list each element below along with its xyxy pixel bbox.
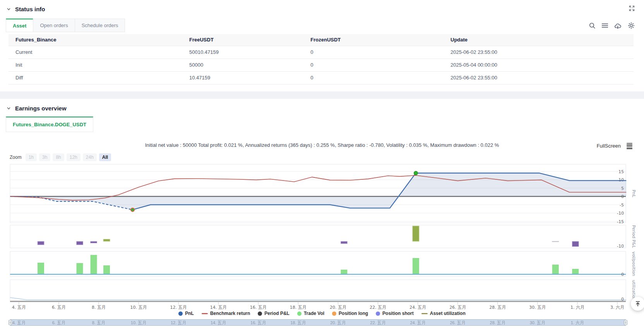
table-header-row: Futures_BinanceFreeUSDTFrozenUSDTUpdate [9, 34, 634, 46]
legend-label: Asset utilization [430, 311, 466, 316]
earnings-card: Earnings overview Futures_Binance.DOGE_U… [0, 99, 644, 332]
settings-icon[interactable] [628, 22, 635, 29]
svg-text:-15: -15 [617, 219, 624, 224]
zoom-button-3h[interactable]: 3h [39, 153, 50, 161]
legend-item-pnl[interactable]: PnL [178, 311, 194, 316]
legend-label: Period P&L [264, 311, 289, 316]
svg-text:8. 五月: 8. 五月 [92, 305, 106, 310]
navigator-label: 1. 六月 [566, 320, 589, 326]
svg-text:18. 五月: 18. 五月 [290, 305, 307, 310]
status-tabs: AssetOpen ordersSchedule orders [6, 19, 125, 32]
column-header: Update [444, 34, 634, 46]
table-row: Diff10.4715902025-06-02 23:55:00 [9, 71, 634, 84]
column-header: FreeUSDT [182, 34, 303, 46]
earnings-header: Earnings overview [6, 105, 67, 112]
svg-text:vol/position: vol/position [631, 251, 636, 276]
cloud-download-icon[interactable] [614, 22, 622, 29]
navigator-label: 22. 五月 [367, 320, 390, 326]
table-toolbar [589, 22, 635, 29]
svg-text:Period P&L: Period P&L [631, 225, 636, 248]
navigator-label: 24. 五月 [406, 320, 430, 326]
chevron-down-icon[interactable] [6, 7, 11, 12]
line-marker-icon [202, 313, 208, 314]
range-selector: Zoom 1h3h8h12h24hAll [10, 153, 111, 161]
legend-item-benchmark-return[interactable]: Benchmark return [202, 311, 250, 316]
status-info-card: Status info AssetOpen ordersSchedule ord… [0, 0, 644, 91]
menu-icon[interactable] [601, 22, 608, 29]
table-row: Current50010.4715902025-06-02 23:55:00 [9, 46, 634, 58]
zoom-button-12h[interactable]: 12h [67, 153, 80, 161]
svg-text:PnL: PnL [631, 190, 636, 198]
legend-item-position-short[interactable]: Position short [376, 311, 414, 316]
asset-table: Futures_BinanceFreeUSDTFrozenUSDTUpdateC… [9, 34, 634, 84]
tab-schedule-orders[interactable]: Schedule orders [75, 19, 125, 32]
chart-context-menu-icon[interactable] [627, 143, 632, 149]
legend-label: Trade Vol [304, 311, 324, 316]
expand-icon[interactable] [629, 5, 635, 13]
column-header: Futures_Binance [9, 34, 182, 46]
navigator-label: 26. 五月 [446, 320, 469, 326]
table-cell: 2025-05-04 00:00:00 [444, 58, 634, 71]
table-cell: 50000 [182, 58, 303, 71]
section-title: Earnings overview [15, 105, 67, 112]
tab-open-orders[interactable]: Open orders [33, 19, 75, 32]
zoom-button-24h[interactable]: 24h [83, 153, 97, 161]
chart-navigator[interactable]: 4. 五月6. 五月8. 五月10. 五月12. 五月14. 五月16. 五月1… [10, 319, 626, 326]
legend-item-period-p&l[interactable]: Period P&L [258, 311, 289, 316]
svg-text:15: 15 [618, 169, 624, 174]
back-to-top-button[interactable] [631, 297, 644, 311]
search-icon[interactable] [589, 22, 596, 29]
svg-text:14. 五月: 14. 五月 [210, 305, 227, 310]
dashboard: Status info AssetOpen ordersSchedule ord… [0, 0, 644, 332]
circle-marker-icon [332, 311, 336, 316]
zoom-label: Zoom [10, 155, 22, 160]
table-row: Init5000002025-05-04 00:00:00 [9, 58, 634, 71]
svg-text:1. 六月: 1. 六月 [570, 305, 584, 310]
svg-text:10. 五月: 10. 五月 [130, 305, 147, 310]
svg-text:4. 五月: 4. 五月 [12, 305, 26, 310]
legend-label: Position long [339, 311, 368, 316]
tab-futures-binance-doge-usdt[interactable]: Futures_Binance.DOGE_USDT [6, 117, 93, 132]
section-divider [0, 91, 644, 99]
zoom-button-8h[interactable]: 8h [53, 153, 64, 161]
legend-item-position-long[interactable]: Position long [332, 311, 368, 316]
svg-text:28. 五月: 28. 五月 [489, 305, 506, 310]
svg-text:-10: -10 [617, 244, 624, 249]
svg-text:26. 五月: 26. 五月 [449, 305, 466, 310]
table-cell: 2025-06-02 23:55:00 [444, 71, 634, 84]
navigator-label: 16. 五月 [247, 320, 270, 326]
svg-text:-10: -10 [617, 211, 624, 216]
chevron-down-icon[interactable] [6, 106, 11, 111]
svg-text:30. 五月: 30. 五月 [529, 305, 546, 310]
column-header: FrozenUSDT [303, 34, 444, 46]
navigator-label: 20. 五月 [326, 320, 349, 326]
table-cell: Diff [9, 71, 182, 84]
zoom-button-all[interactable]: All [99, 153, 111, 161]
status-info-header: Status info [0, 0, 644, 12]
navigator-handle-right[interactable] [624, 320, 627, 325]
zoom-buttons: 1h3h8h12h24hAll [26, 153, 111, 161]
legend-item-asset-utilization[interactable]: Asset utilization [421, 311, 466, 316]
navigator-label: 28. 五月 [486, 320, 509, 326]
circle-marker-icon [297, 311, 301, 316]
table-cell: 50010.47159 [182, 46, 303, 58]
legend-item-trade-vol[interactable]: Trade Vol [297, 311, 324, 316]
fullscreen-button[interactable]: FullScreen [597, 143, 621, 149]
svg-text:-5: -5 [620, 203, 624, 208]
section-title: Status info [15, 6, 45, 12]
earnings-chart: 151050-5-10-15-1000PnLPeriod P&Lvol/posi… [0, 161, 644, 312]
line-marker-icon [421, 313, 428, 314]
zoom-button-1h[interactable]: 1h [26, 153, 37, 161]
circle-marker-icon [258, 311, 262, 316]
svg-text:3. 六月: 3. 六月 [610, 305, 624, 310]
svg-text:16. 五月: 16. 五月 [250, 305, 267, 310]
chart-summary: Initial net value : 50000 Total profit: … [0, 142, 644, 148]
navigator-label: 14. 五月 [207, 320, 230, 326]
tab-asset[interactable]: Asset [6, 19, 33, 32]
svg-text:0: 0 [621, 272, 624, 277]
table-cell[interactable]: Current [9, 46, 182, 58]
navigator-handle-left[interactable] [9, 320, 12, 325]
table-cell: 0 [303, 58, 444, 71]
legend-label: Position short [382, 311, 414, 316]
navigator-label: 10. 五月 [127, 320, 150, 326]
